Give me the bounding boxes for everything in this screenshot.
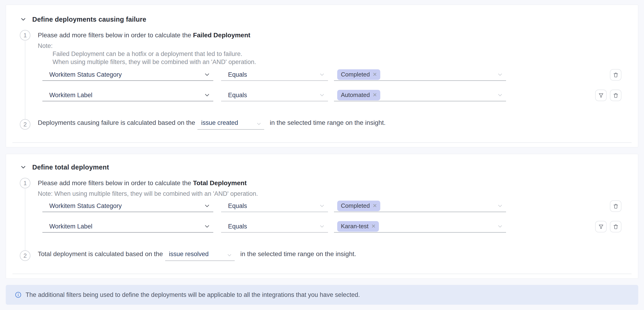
chevron-down-icon bbox=[319, 203, 325, 209]
note-label: Note: bbox=[38, 42, 622, 50]
note-line: Note: When using multiple filters, they … bbox=[38, 190, 622, 198]
event-type-select-value: issue created bbox=[201, 119, 238, 126]
value-select[interactable]: Automated✕ bbox=[334, 89, 506, 101]
field-select-value: Workitem Label bbox=[49, 92, 92, 99]
instruction-text: Please add more filters below in order t… bbox=[38, 32, 193, 39]
sentence-prefix: Total deployment is calculated based on … bbox=[38, 250, 163, 258]
step-1-instruction: Please add more filters below in order t… bbox=[38, 30, 622, 40]
instruction-metric-name: Total Deployment bbox=[193, 180, 247, 186]
note-line: When using multiple filters, they will b… bbox=[52, 58, 622, 66]
chevron-down-icon bbox=[204, 92, 210, 98]
info-banner-text: The additional filters being used to def… bbox=[26, 291, 360, 298]
operator-select[interactable]: Equals bbox=[221, 89, 328, 101]
filter-row: Workitem Status Category Equals Complete… bbox=[42, 200, 622, 212]
instruction-text: Please add more filters below in order t… bbox=[38, 180, 193, 186]
step-number-badge: 1 bbox=[20, 30, 30, 40]
delete-filter-button[interactable] bbox=[610, 200, 622, 212]
sentence-prefix: Deployments causing failure is calculate… bbox=[38, 119, 195, 126]
add-nested-filter-button[interactable] bbox=[595, 221, 607, 232]
trash-icon bbox=[613, 224, 619, 230]
chevron-down-icon bbox=[319, 72, 325, 78]
operator-select-value: Equals bbox=[228, 71, 247, 78]
field-select-value: Workitem Status Category bbox=[49, 71, 122, 78]
step-number-badge: 1 bbox=[20, 178, 30, 188]
value-tag-label: Automated bbox=[341, 92, 370, 98]
chevron-down-icon[interactable] bbox=[20, 164, 27, 171]
instruction-metric-name: Failed Deployment bbox=[193, 32, 250, 39]
chevron-down-icon bbox=[226, 252, 232, 258]
section-define-total-deployment: Define total deployment 1 Please add mor… bbox=[6, 154, 638, 279]
tag-remove-icon[interactable]: ✕ bbox=[371, 224, 376, 229]
info-banner: The additional filters being used to def… bbox=[6, 285, 638, 305]
field-select[interactable]: Workitem Status Category bbox=[42, 69, 213, 81]
field-select[interactable]: Workitem Label bbox=[42, 221, 213, 232]
funnel-icon bbox=[598, 224, 604, 230]
sentence-suffix: in the selected time range on the insigh… bbox=[270, 119, 386, 126]
event-type-select[interactable]: issue created bbox=[198, 119, 264, 130]
chevron-down-icon bbox=[319, 92, 325, 98]
field-select[interactable]: Workitem Status Category bbox=[42, 200, 213, 212]
chevron-down-icon bbox=[204, 223, 210, 230]
step-1: 1 Please add more filters below in order… bbox=[20, 178, 622, 232]
trash-icon bbox=[613, 203, 619, 209]
delete-filter-button[interactable] bbox=[610, 69, 622, 80]
delete-filter-button[interactable] bbox=[610, 221, 622, 232]
value-tag-label: Karan-test bbox=[341, 223, 368, 230]
operator-select[interactable]: Equals bbox=[221, 221, 328, 232]
sentence-suffix: in the selected time range on the insigh… bbox=[240, 250, 356, 258]
operator-select-value: Equals bbox=[228, 92, 247, 99]
tag-remove-icon[interactable]: ✕ bbox=[373, 72, 377, 77]
chevron-down-icon bbox=[497, 92, 503, 98]
chevron-down-icon bbox=[204, 202, 210, 209]
value-select[interactable]: Completed✕ bbox=[334, 200, 506, 212]
add-nested-filter-button[interactable] bbox=[595, 90, 607, 101]
funnel-icon bbox=[598, 92, 604, 98]
chevron-down-icon bbox=[497, 223, 503, 230]
calculation-basis-sentence: Deployments causing failure is calculate… bbox=[38, 119, 622, 130]
step-2: 2 Total deployment is calculated based o… bbox=[20, 250, 622, 261]
chevron-down-icon bbox=[497, 203, 503, 209]
trash-icon bbox=[613, 92, 619, 98]
value-tag-label: Completed bbox=[341, 71, 370, 78]
value-select[interactable]: Completed✕ bbox=[334, 69, 506, 81]
operator-select-value: Equals bbox=[228, 202, 247, 210]
section-title: Define total deployment bbox=[32, 164, 109, 171]
value-select[interactable]: Karan-test✕ bbox=[334, 221, 506, 232]
calculation-basis-sentence: Total deployment is calculated based on … bbox=[38, 250, 622, 261]
step-1: 1 Please add more filters below in order… bbox=[20, 30, 622, 101]
filter-row: Workitem Status Category Equals Complete… bbox=[42, 69, 622, 81]
tag-remove-icon[interactable]: ✕ bbox=[373, 92, 377, 98]
trash-icon bbox=[613, 72, 619, 78]
chevron-down-icon bbox=[256, 121, 262, 127]
step-1-instruction: Please add more filters below in order t… bbox=[38, 178, 622, 188]
section-header[interactable]: Define deployments causing failure bbox=[20, 16, 622, 23]
section-define-deployments-causing-failure: Define deployments causing failure 1 Ple… bbox=[6, 4, 638, 148]
tag-remove-icon[interactable]: ✕ bbox=[373, 203, 377, 208]
step-number-badge: 2 bbox=[20, 119, 30, 130]
operator-select-value: Equals bbox=[228, 223, 247, 230]
filter-row: Workitem Label Equals Karan-test✕ bbox=[42, 221, 622, 232]
field-select-value: Workitem Label bbox=[49, 223, 92, 230]
note-line: Failed Deployment can be a hotfix or a d… bbox=[52, 50, 622, 58]
field-select-value: Workitem Status Category bbox=[49, 202, 122, 210]
info-icon bbox=[15, 291, 22, 298]
operator-select[interactable]: Equals bbox=[221, 200, 328, 212]
delete-filter-button[interactable] bbox=[610, 90, 622, 101]
value-tag: Completed✕ bbox=[337, 69, 380, 80]
chevron-down-icon bbox=[319, 223, 325, 230]
section-header[interactable]: Define total deployment bbox=[20, 163, 622, 171]
section-title: Define deployments causing failure bbox=[32, 16, 146, 23]
field-select[interactable]: Workitem Label bbox=[42, 89, 213, 101]
value-tag: Automated✕ bbox=[337, 90, 380, 100]
filter-row: Workitem Label Equals Automated✕ bbox=[42, 89, 622, 101]
chevron-down-icon bbox=[204, 71, 210, 78]
value-tag: Karan-test✕ bbox=[337, 221, 379, 232]
step-2: 2 Deployments causing failure is calcula… bbox=[20, 119, 622, 130]
chevron-down-icon[interactable] bbox=[20, 16, 27, 23]
operator-select[interactable]: Equals bbox=[221, 69, 328, 81]
event-type-select-value: issue resolved bbox=[169, 250, 209, 258]
chevron-down-icon bbox=[497, 72, 503, 78]
event-type-select[interactable]: issue resolved bbox=[165, 250, 235, 261]
value-tag-label: Completed bbox=[341, 202, 370, 209]
step-number-badge: 2 bbox=[20, 250, 30, 261]
